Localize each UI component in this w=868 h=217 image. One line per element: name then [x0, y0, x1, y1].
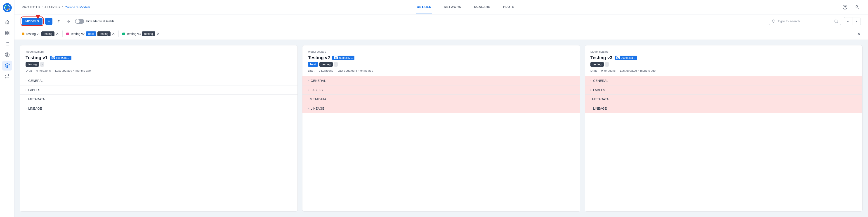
- v1-general-chevron: ›: [26, 79, 26, 82]
- v3-tag-testing: testing: [590, 62, 604, 67]
- v1-lineage-chevron: ›: [26, 107, 26, 110]
- v2-color-dot: [66, 33, 69, 35]
- red-arrow-indicator: ▼: [34, 13, 41, 21]
- tab-scalars[interactable]: SCALARS: [473, 0, 491, 14]
- v1-meta: Draft · 9 iterations · Last updated 4 mo…: [26, 69, 292, 72]
- tag-sep-1: [62, 31, 63, 37]
- breadcrumb-all-models[interactable]: All Models: [44, 5, 60, 9]
- svg-point-11: [6, 53, 8, 55]
- v1-section-lineage[interactable]: › LINEAGE: [20, 104, 298, 113]
- breadcrumb-projects[interactable]: PROJECTS: [22, 5, 40, 9]
- search-box: [769, 18, 841, 25]
- v1-section-labels[interactable]: › LABELS: [20, 86, 298, 95]
- toggle-knob: [75, 19, 80, 23]
- v3-tags-row: testing ›: [590, 62, 857, 67]
- model-card-v1: Model scalars Testing v1 ID caef90bd... …: [20, 45, 298, 212]
- arrow-down-icon: [67, 19, 71, 23]
- sidebar-item-nav6[interactable]: [2, 71, 12, 81]
- v3-section-general[interactable]: › GENERAL: [585, 76, 862, 86]
- svg-rect-2: [7, 31, 9, 33]
- main-content: PROJECTS / All Models / Compare Models D…: [14, 0, 868, 217]
- tag-group-v2: Testing v2 best testing ✕: [66, 31, 115, 36]
- v2-general-label: GENERAL: [311, 79, 326, 83]
- v3-section-labels[interactable]: › LABELS: [585, 86, 862, 95]
- sidebar-item-nav1[interactable]: [2, 17, 12, 27]
- next-button[interactable]: [852, 18, 861, 25]
- help-button[interactable]: [841, 3, 849, 11]
- v2-close-button[interactable]: ✕: [112, 32, 115, 36]
- v3-id-badge[interactable]: ID 999dacea...: [615, 56, 637, 60]
- model-card-v3: Model scalars Testing v3 ID 999dacea... …: [585, 45, 863, 212]
- user-icon: [854, 5, 859, 10]
- v1-tag-testing: testing: [41, 31, 55, 36]
- v3-close-button[interactable]: ✕: [157, 32, 160, 36]
- v2-id-value: 568b8c37...: [339, 56, 353, 59]
- v2-tags-row: best testing ›: [308, 62, 575, 67]
- close-all-button[interactable]: ✕: [857, 31, 861, 37]
- prev-button[interactable]: [844, 18, 852, 25]
- v2-section-general[interactable]: › GENERAL: [303, 76, 580, 86]
- v1-section-metadata[interactable]: › METADATA: [20, 95, 298, 104]
- toggle-wrapper: Hide Identical Fields: [75, 19, 114, 24]
- v2-section-metadata[interactable]: METADATA: [303, 95, 580, 104]
- breadcrumb-sep2: /: [62, 5, 63, 9]
- models-grid: Model scalars Testing v1 ID caef90bd... …: [14, 40, 868, 217]
- v3-id-icon: ID: [616, 56, 620, 59]
- v1-close-button[interactable]: ✕: [56, 32, 59, 36]
- v1-labels-chevron: ›: [26, 88, 26, 92]
- hide-identical-label: Hide Identical Fields: [86, 20, 114, 23]
- v1-section-general[interactable]: › GENERAL: [20, 76, 298, 86]
- v3-section-metadata[interactable]: METADATA: [585, 95, 862, 104]
- v3-scalars-label: Model scalars: [590, 50, 857, 53]
- v2-labels-label: LABELS: [311, 88, 322, 92]
- hide-identical-toggle[interactable]: [75, 19, 84, 24]
- v1-color-dot: [22, 33, 24, 35]
- v3-name: Testing v3: [126, 32, 141, 36]
- v2-section-labels[interactable]: › LABELS: [303, 86, 580, 95]
- chevron-up-icon: [846, 20, 850, 23]
- v3-general-chevron: ›: [590, 79, 591, 82]
- v3-title: Testing v3: [590, 55, 612, 60]
- model-card-v2: Model scalars Testing v2 ID 568b8c37... …: [302, 45, 580, 212]
- sort-down-button[interactable]: [65, 18, 72, 25]
- v1-id-badge[interactable]: ID caef90bd...: [50, 56, 71, 60]
- v2-id-icon: ID: [334, 56, 338, 59]
- v2-title: Testing v2: [308, 55, 330, 60]
- v2-tag-best: best: [86, 31, 96, 36]
- sidebar-item-models[interactable]: [2, 61, 12, 70]
- v3-tag-testing: testing: [142, 31, 155, 36]
- sidebar-item-nav2[interactable]: [2, 28, 12, 38]
- tab-network[interactable]: NETWORK: [443, 0, 462, 14]
- tags-bar: Testing v1 testing ✕ Testing v2 best tes…: [14, 28, 868, 40]
- add-model-button[interactable]: [45, 18, 53, 25]
- tab-plots[interactable]: PLOTS: [502, 0, 515, 14]
- sidebar-item-nav4[interactable]: [2, 50, 12, 60]
- v1-sections: › GENERAL › LABELS › METADATA › LINEAGE: [20, 76, 298, 113]
- v3-section-lineage[interactable]: › LINEAGE: [585, 104, 862, 113]
- search-input[interactable]: [778, 19, 832, 23]
- sidebar: [0, 0, 14, 217]
- v3-color-dot: [122, 33, 125, 35]
- user-button[interactable]: [852, 3, 861, 11]
- v2-labels-chevron: ›: [308, 88, 309, 92]
- logo[interactable]: [2, 3, 12, 13]
- v1-title: Testing v1: [26, 55, 48, 60]
- v3-general-label: GENERAL: [593, 79, 608, 83]
- v1-metadata-chevron: ›: [26, 98, 26, 101]
- v1-labels-label: LABELS: [28, 88, 40, 92]
- toolbar: ▼ MODELS Hide Identical Fields: [14, 14, 868, 28]
- sort-up-button[interactable]: [55, 18, 62, 25]
- arrow-up-icon: [57, 19, 61, 23]
- v2-section-lineage[interactable]: › LINEAGE: [303, 104, 580, 113]
- v2-lineage-chevron: ›: [308, 107, 309, 110]
- nav-tabs: DETAILS NETWORK SCALARS PLOTS: [90, 0, 841, 14]
- v2-meta: Draft · 9 iterations · Last updated 4 mo…: [308, 69, 575, 72]
- tab-details[interactable]: DETAILS: [416, 0, 432, 14]
- sort-arrows-group: [844, 17, 861, 25]
- v3-id-value: 999dacea...: [621, 56, 635, 59]
- v1-name: Testing v1: [26, 32, 40, 36]
- v2-lineage-label: LINEAGE: [311, 107, 324, 110]
- sidebar-item-nav3[interactable]: [2, 39, 12, 49]
- v2-id-badge[interactable]: ID 568b8c37...: [332, 56, 355, 60]
- svg-rect-4: [7, 33, 9, 35]
